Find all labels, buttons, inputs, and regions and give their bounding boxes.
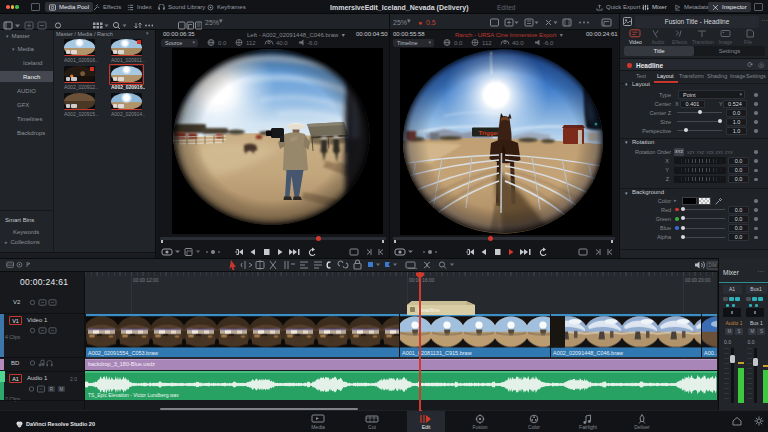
svg-text:DIM: DIM [709, 263, 718, 268]
svg-text:A002_02091554_C053.braw: A002_02091554_C053.braw [88, 349, 158, 355]
svg-text:40.0: 40.0 [276, 40, 288, 46]
svg-text:A00..: A00.. [704, 349, 717, 355]
svg-text:Headline: Headline [418, 307, 440, 313]
svg-text:A002_02091448_C046.braw: A002_02091448_C046.braw [553, 349, 623, 355]
svg-text:112: 112 [482, 40, 492, 46]
svg-text:112: 112 [246, 40, 256, 46]
svg-text:A001_02081131_C915.braw: A001_02081131_C915.braw [402, 349, 472, 355]
svg-text:-6.0: -6.0 [543, 40, 554, 46]
svg-text:0.0: 0.0 [218, 40, 227, 46]
svg-text:M: M [60, 387, 64, 392]
svg-text:40.0: 40.0 [512, 40, 524, 46]
svg-text:-6.0: -6.0 [307, 40, 318, 46]
svg-text:0.0: 0.0 [454, 40, 463, 46]
